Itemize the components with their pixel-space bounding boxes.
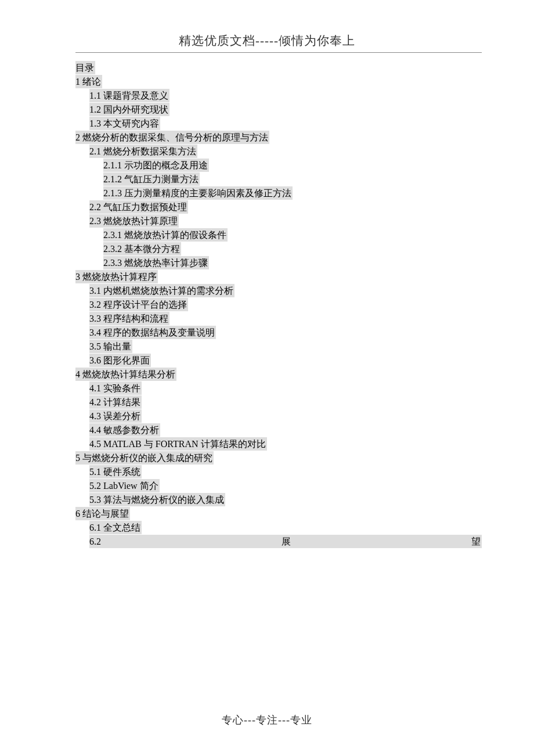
- toc-text: 3.2 程序设计平台的选择: [89, 298, 188, 311]
- toc-last-mid: 展: [282, 535, 291, 548]
- toc-text: 5.2 LabView 简介: [89, 479, 160, 492]
- toc-text: 6 结论与展望: [75, 507, 130, 520]
- toc-text: 2.3.1 燃烧放热计算的假设条件: [103, 228, 228, 242]
- toc-entry: 1.1 课题背景及意义: [89, 89, 482, 103]
- toc-entry: 4.2 计算结果: [89, 395, 482, 409]
- toc-entry: 4.1 实验条件: [89, 381, 482, 395]
- toc-text: 4.5 MATLAB 与 FORTRAN 计算结果的对比: [89, 437, 267, 451]
- toc-entry: 2.3.2 基本微分方程: [103, 242, 482, 256]
- toc-entry: 2.3 燃烧放热计算原理: [89, 214, 482, 228]
- toc-text: 2 燃烧分析的数据采集、信号分析的原理与方法: [75, 131, 269, 144]
- toc-text: 4.3 误差分析: [89, 409, 142, 423]
- toc-text: 2.2 气缸压力数据预处理: [89, 200, 188, 214]
- header-rule: [75, 52, 482, 53]
- toc-entry: 3.2 程序设计平台的选择: [89, 298, 482, 312]
- toc-entry: 5.3 算法与燃烧分析仪的嵌入集成: [89, 493, 482, 507]
- toc-entry: 1.2 国内外研究现状: [89, 103, 482, 117]
- toc-text: 2.1.3 压力测量精度的主要影响因素及修正方法: [103, 186, 293, 200]
- toc-text: 目录: [75, 61, 95, 74]
- toc-entry: 3.6 图形化界面: [89, 354, 482, 368]
- page-footer: 专心---专注---专业: [0, 713, 534, 727]
- toc-text: 3.1 内燃机燃烧放热计算的需求分析: [89, 284, 234, 297]
- toc-text: 5.1 硬件系统: [89, 465, 142, 478]
- toc-entry: 2.1.1 示功图的概念及用途: [103, 159, 482, 172]
- toc-entry: 2.3.1 燃烧放热计算的假设条件: [103, 228, 482, 242]
- toc-text: 1.3 本文研究内容: [89, 117, 160, 130]
- toc-entry: 3.3 程序结构和流程: [89, 312, 482, 326]
- toc-entry: 3.1 内燃机燃烧放热计算的需求分析: [89, 284, 482, 298]
- toc-entry: 1.3 本文研究内容: [89, 117, 482, 131]
- toc-entry: 5.2 LabView 简介: [89, 479, 482, 493]
- page-header: 精选优质文档-----倾情为你奉上: [0, 0, 534, 52]
- toc-text: 3.3 程序结构和流程: [89, 312, 169, 325]
- toc-text: 4.2 计算结果: [89, 395, 142, 409]
- toc-last-right: 望: [471, 535, 481, 548]
- toc-text: 4.1 实验条件: [89, 381, 142, 395]
- toc-text: 5.3 算法与燃烧分析仪的嵌入集成: [89, 493, 225, 506]
- toc-entry: 4.3 误差分析: [89, 409, 482, 423]
- toc-text: 3 燃烧放热计算程序: [75, 270, 158, 283]
- toc-entry: 5 与燃烧分析仪的嵌入集成的研究: [75, 451, 482, 465]
- toc-text: 2.1.2 气缸压力测量方法: [103, 172, 200, 186]
- toc-text: 1 绪论: [75, 75, 102, 88]
- toc-text: 6.1 全文总结: [89, 521, 142, 534]
- toc-text: 2.3.3 燃烧放热率计算步骤: [103, 256, 209, 269]
- toc-entry: 目录: [75, 61, 482, 75]
- toc-entry: 5.1 硬件系统: [89, 465, 482, 479]
- toc-entry: 3 燃烧放热计算程序: [75, 270, 482, 284]
- toc-text: 4.4 敏感参数分析: [89, 423, 160, 437]
- toc-text: 2.1.1 示功图的概念及用途: [103, 159, 209, 172]
- toc-entry: 1 绪论: [75, 75, 482, 89]
- toc-text: 2.3.2 基本微分方程: [103, 242, 181, 255]
- toc-text: 5 与燃烧分析仪的嵌入集成的研究: [75, 451, 214, 465]
- toc-entry: 4.5 MATLAB 与 FORTRAN 计算结果的对比: [89, 437, 482, 451]
- toc-entry: 3.4 程序的数据结构及变量说明: [89, 326, 482, 340]
- toc-text: 4 燃烧放热计算结果分析: [75, 368, 176, 381]
- toc-entry: 6.1 全文总结: [89, 521, 482, 535]
- toc-container: 目录1 绪论1.1 课题背景及意义1.2 国内外研究现状1.3 本文研究内容2 …: [75, 61, 482, 548]
- toc-text: 1.1 课题背景及意义: [89, 89, 169, 102]
- toc-entry: 6 结论与展望: [75, 507, 482, 521]
- toc-entry: 4.4 敏感参数分析: [89, 423, 482, 437]
- toc-entry: 2.1 燃烧分析数据采集方法: [89, 145, 482, 159]
- toc-text: 3.4 程序的数据结构及变量说明: [89, 326, 216, 339]
- toc-entry: 2.1.2 气缸压力测量方法: [103, 172, 482, 186]
- toc-text: 2.3 燃烧放热计算原理: [89, 214, 179, 228]
- toc-entry: 4 燃烧放热计算结果分析: [75, 368, 482, 381]
- toc-entry: 2 燃烧分析的数据采集、信号分析的原理与方法: [75, 131, 482, 145]
- toc-entry: 3.5 输出量: [89, 340, 482, 354]
- toc-text: 1.2 国内外研究现状: [89, 103, 169, 116]
- toc-entry: 2.3.3 燃烧放热率计算步骤: [103, 256, 482, 270]
- toc-last-left: 6.2: [89, 535, 101, 548]
- toc-entry: 2.2 气缸压力数据预处理: [89, 200, 482, 214]
- toc-text: 3.5 输出量: [89, 340, 132, 353]
- toc-text: 3.6 图形化界面: [89, 354, 151, 367]
- toc-entry: 2.1.3 压力测量精度的主要影响因素及修正方法: [103, 186, 482, 200]
- toc-text: 2.1 燃烧分析数据采集方法: [89, 145, 197, 158]
- toc-entry-last: 6.2 展 望: [89, 535, 482, 548]
